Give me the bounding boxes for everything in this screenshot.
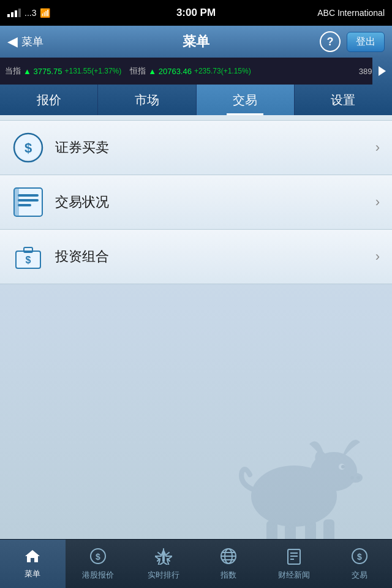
dollar-circle-icon: $: [13, 132, 43, 163]
ticker-value-1: ▲ 20763.46: [148, 67, 192, 76]
tab-market-label: 市场: [135, 92, 159, 108]
ticker-change-1: +235.73(+1.15%): [194, 67, 251, 75]
logout-button[interactable]: 登出: [347, 32, 385, 52]
back-chevron-icon: ◀: [7, 34, 18, 50]
bottom-tab-bar: 菜单 $ 港股报价 实时排行: [0, 539, 392, 588]
tab-market[interactable]: 市场: [98, 85, 196, 115]
chevron-right-icon-2: ›: [375, 249, 380, 265]
svg-rect-8: [14, 188, 19, 216]
tab-trade-label: 交易: [233, 92, 257, 108]
menu-item-trade-status[interactable]: 交易状况 ›: [0, 175, 392, 230]
ticker-label-1: 恒指: [130, 66, 146, 77]
home-icon: [24, 549, 41, 566]
menu-item-portfolio[interactable]: $ 投资组合 ›: [0, 230, 392, 284]
svg-rect-5: [18, 194, 39, 197]
bottom-tab-hk-quote-label: 港股报价: [82, 570, 114, 581]
ticker-label-0: 当指: [5, 66, 21, 77]
ticker-item-1: 恒指 ▲ 20763.46 +235.73(+1.15%): [130, 66, 251, 77]
bottom-tab-trade[interactable]: $ 交易: [326, 540, 392, 588]
status-bar: ...3 📶 3:00 PM ABC International: [0, 0, 392, 26]
ticker-play-button[interactable]: [372, 58, 392, 85]
app-wrapper: ...3 📶 3:00 PM ABC International ◀ 菜单 菜单…: [0, 0, 392, 588]
securities-icon-wrap: $: [12, 132, 44, 164]
menu-label-securities: 证券买卖: [55, 138, 375, 157]
help-button[interactable]: ?: [320, 31, 341, 52]
signal-bars: [7, 9, 21, 17]
index-globe-icon: [220, 548, 237, 567]
svg-point-20: [341, 465, 345, 469]
svg-text:$: $: [24, 140, 32, 156]
svg-text:$: $: [96, 552, 100, 562]
nav-right: ? 登出: [320, 31, 385, 52]
tab-trade[interactable]: 交易: [197, 85, 295, 115]
tab-settings-label: 设置: [331, 92, 355, 108]
list-icon: [13, 187, 43, 217]
svg-point-21: [348, 473, 363, 483]
bottom-tab-index-label: 指数: [221, 570, 236, 581]
bottom-tab-hk-quote[interactable]: $ 港股报价: [66, 540, 131, 588]
top-tabs: 报价 市场 交易 设置: [0, 85, 392, 115]
nav-back-label: 菜单: [21, 34, 43, 49]
back-button[interactable]: ◀ 菜单: [7, 34, 43, 50]
menu-list: $ 证券买卖 › 交易状况: [0, 115, 392, 284]
svg-rect-6: [18, 199, 39, 202]
menu-label-portfolio: 投资组合: [55, 247, 375, 266]
bull-watermark-icon: [214, 417, 374, 551]
ticker-item-0: 当指 ▲ 3775.75 +131.55(+1.37%): [5, 66, 121, 77]
bottom-tab-financial-news-label: 财经新闻: [278, 570, 310, 581]
ticker-change-0: +131.55(+1.37%): [64, 67, 121, 75]
bottom-tab-realtime-rank-label: 实时排行: [148, 570, 179, 581]
nav-title: 菜单: [183, 32, 209, 51]
bottom-tab-home[interactable]: 菜单: [0, 540, 66, 588]
wifi-icon: 📶: [40, 8, 50, 18]
chevron-right-icon-0: ›: [375, 140, 380, 156]
svg-text:$: $: [26, 255, 31, 265]
briefcase-dollar-icon: $: [13, 241, 43, 272]
bottom-tab-financial-news[interactable]: 财经新闻: [262, 540, 327, 588]
bottom-tab-trade-label: 交易: [352, 570, 368, 581]
carrier-name: ABC International: [317, 8, 385, 18]
bottom-tab-realtime-rank[interactable]: 实时排行: [130, 540, 196, 588]
status-left: ...3 📶: [7, 8, 50, 18]
main-content: $ 证券买卖 › 交易状况: [0, 115, 392, 588]
bottom-tab-home-label: 菜单: [24, 568, 40, 579]
status-time: 3:00 PM: [176, 7, 216, 19]
signal-text: ...3: [24, 8, 36, 18]
trade-status-icon-wrap: [12, 186, 44, 218]
chevron-right-icon-1: ›: [375, 194, 380, 210]
menu-label-trade-status: 交易状况: [55, 193, 375, 211]
svg-text:$: $: [357, 552, 362, 562]
trade-dollar-icon: $: [351, 548, 368, 567]
nav-bar: ◀ 菜单 菜单 ? 登出: [0, 26, 392, 58]
svg-rect-7: [18, 204, 31, 206]
tab-quotes[interactable]: 报价: [0, 85, 98, 115]
hk-quote-icon: $: [89, 548, 107, 567]
svg-point-22: [350, 476, 354, 480]
svg-rect-27: [162, 553, 165, 562]
tab-quotes-label: 报价: [37, 92, 61, 108]
svg-point-23: [356, 476, 360, 480]
portfolio-icon-wrap: $: [12, 241, 44, 273]
realtime-rank-icon: [155, 548, 172, 567]
ticker-value-0: ▲ 3775.75: [23, 67, 62, 76]
play-triangle-icon: [379, 66, 386, 76]
tab-settings[interactable]: 设置: [295, 85, 392, 115]
ticker-bar: 当指 ▲ 3775.75 +131.55(+1.37%) 恒指 ▲ 20763.…: [0, 58, 392, 85]
menu-item-securities[interactable]: $ 证券买卖 ›: [0, 120, 392, 175]
financial-news-icon: [285, 548, 303, 567]
bottom-tab-index[interactable]: 指数: [196, 540, 262, 588]
